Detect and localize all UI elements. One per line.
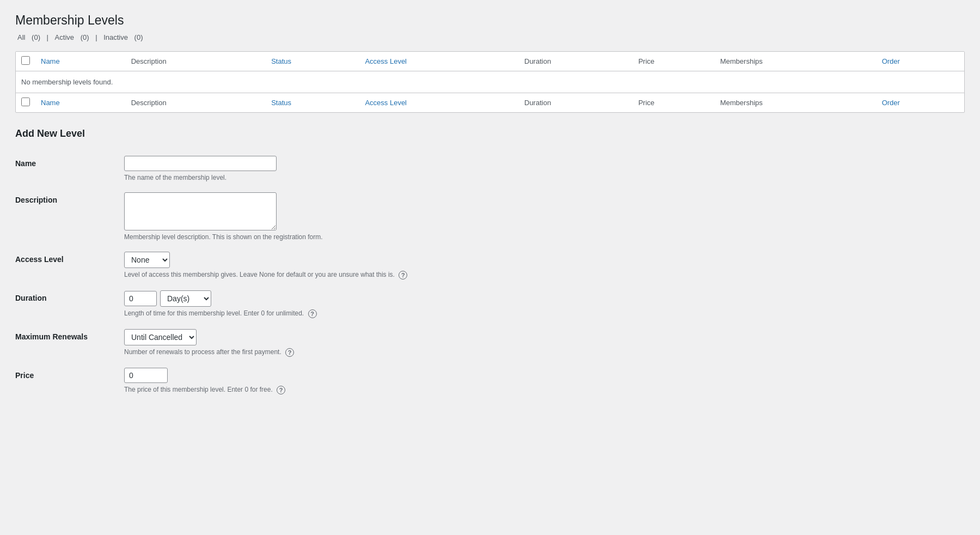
duration-unit-select[interactable]: Day(s) Week(s) Month(s) Year(s) bbox=[160, 290, 211, 307]
access-level-label: Access Level bbox=[15, 246, 124, 285]
col-footer-status[interactable]: Status bbox=[266, 93, 359, 113]
name-input[interactable] bbox=[124, 156, 277, 171]
form-row-description: Description Membership level description… bbox=[15, 187, 965, 246]
col-footer-status-link[interactable]: Status bbox=[271, 99, 291, 107]
col-footer-duration: Duration bbox=[519, 93, 633, 113]
form-row-access-level: Access Level None Level 1 Level 2 Level … bbox=[15, 246, 965, 285]
add-level-form: Name The name of the membership level. D… bbox=[15, 150, 965, 400]
select-all-footer-checkbox[interactable] bbox=[21, 98, 30, 106]
max-renewals-hint: Number of renewals to process after the … bbox=[124, 348, 965, 357]
description-label: Description bbox=[15, 187, 124, 246]
price-label: Price bbox=[15, 362, 124, 400]
price-input-wrap bbox=[124, 368, 965, 383]
filter-active[interactable]: Active (0) bbox=[53, 33, 94, 41]
col-header-status[interactable]: Status bbox=[266, 52, 359, 71]
price-input[interactable] bbox=[124, 368, 168, 383]
col-footer-memberships: Memberships bbox=[715, 93, 877, 113]
col-header-name[interactable]: Name bbox=[35, 52, 126, 71]
duration-number-input[interactable] bbox=[124, 291, 157, 306]
empty-row: No membership levels found. bbox=[16, 71, 964, 93]
duration-controls: Day(s) Week(s) Month(s) Year(s) bbox=[124, 290, 965, 307]
col-footer-order-link[interactable]: Order bbox=[882, 99, 900, 107]
col-footer-order[interactable]: Order bbox=[877, 93, 964, 113]
table-header-row: Name Description Status Access Level Dur… bbox=[16, 52, 964, 71]
description-textarea[interactable] bbox=[124, 192, 277, 230]
select-all-footer[interactable] bbox=[16, 93, 35, 113]
table-footer-row: Name Description Status Access Level Dur… bbox=[16, 93, 964, 113]
col-access-level-link[interactable]: Access Level bbox=[365, 57, 407, 65]
col-status-link[interactable]: Status bbox=[271, 57, 291, 65]
price-hint: The price of this membership level. Ente… bbox=[124, 386, 965, 394]
col-footer-price: Price bbox=[633, 93, 714, 113]
col-header-memberships: Memberships bbox=[715, 52, 877, 71]
form-row-duration: Duration Day(s) Week(s) Month(s) Year(s)… bbox=[15, 285, 965, 324]
empty-message: No membership levels found. bbox=[16, 71, 964, 93]
access-level-help-icon[interactable]: ? bbox=[399, 271, 407, 279]
add-new-level-title: Add New Level bbox=[15, 128, 965, 139]
filter-all[interactable]: All (0) bbox=[15, 33, 45, 41]
price-help-icon[interactable]: ? bbox=[277, 386, 285, 394]
col-footer-name[interactable]: Name bbox=[35, 93, 126, 113]
col-header-order[interactable]: Order bbox=[877, 52, 964, 71]
description-hint: Membership level description. This is sh… bbox=[124, 233, 965, 241]
name-hint: The name of the membership level. bbox=[124, 174, 965, 181]
form-row-max-renewals: Maximum Renewals Until Cancelled 1 2 3 4… bbox=[15, 324, 965, 362]
select-all-checkbox[interactable] bbox=[21, 56, 30, 65]
col-footer-name-link[interactable]: Name bbox=[41, 99, 60, 107]
add-new-level-section: Add New Level Name The name of the membe… bbox=[15, 128, 965, 400]
page-title: Membership Levels bbox=[15, 13, 965, 28]
col-footer-access-link[interactable]: Access Level bbox=[365, 99, 407, 107]
filter-inactive[interactable]: Inactive (0) bbox=[101, 33, 145, 41]
col-footer-access-level[interactable]: Access Level bbox=[359, 93, 519, 113]
form-row-name: Name The name of the membership level. bbox=[15, 150, 965, 187]
membership-levels-table: Name Description Status Access Level Dur… bbox=[15, 51, 965, 113]
filter-links: All (0) | Active (0) | Inactive (0) bbox=[15, 33, 965, 41]
col-header-duration: Duration bbox=[519, 52, 633, 71]
col-order-link[interactable]: Order bbox=[882, 57, 900, 65]
col-header-price: Price bbox=[633, 52, 714, 71]
col-header-access-level[interactable]: Access Level bbox=[359, 52, 519, 71]
duration-label: Duration bbox=[15, 285, 124, 324]
name-label: Name bbox=[15, 150, 124, 187]
max-renewals-select[interactable]: Until Cancelled 1 2 3 4 5 10 12 bbox=[124, 329, 197, 345]
col-name-link[interactable]: Name bbox=[41, 57, 60, 65]
duration-hint: Length of time for this membership level… bbox=[124, 309, 965, 318]
select-all-header[interactable] bbox=[16, 52, 35, 71]
col-header-description: Description bbox=[126, 52, 266, 71]
max-renewals-help-icon[interactable]: ? bbox=[285, 348, 294, 357]
access-level-hint: Level of access this membership gives. L… bbox=[124, 271, 965, 279]
form-row-price: Price The price of this membership level… bbox=[15, 362, 965, 400]
col-footer-description: Description bbox=[126, 93, 266, 113]
max-renewals-label: Maximum Renewals bbox=[15, 324, 124, 362]
duration-help-icon[interactable]: ? bbox=[308, 309, 317, 318]
access-level-select[interactable]: None Level 1 Level 2 Level 3 bbox=[124, 252, 170, 268]
